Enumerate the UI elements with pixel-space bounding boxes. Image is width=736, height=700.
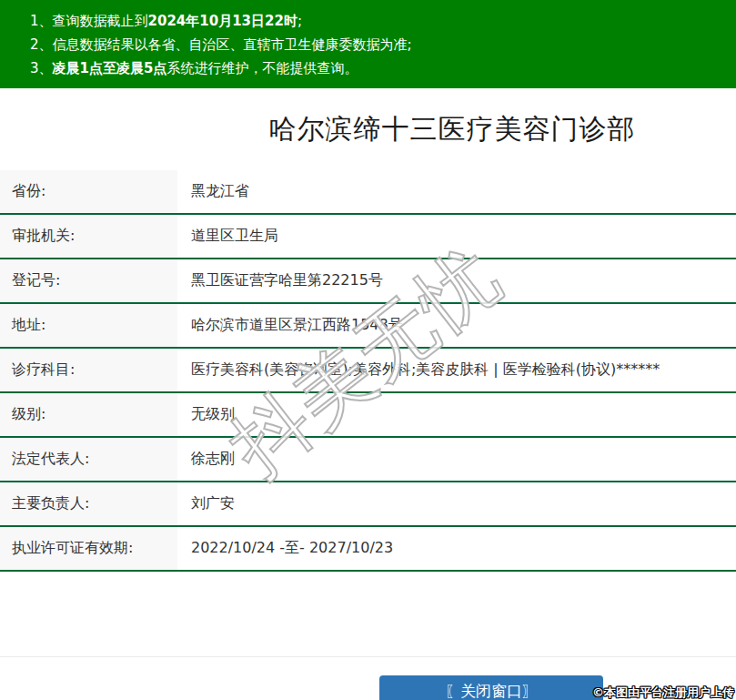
row-value: 徐志刚 (177, 438, 736, 481)
notice-bold-text: 2024年10月13日22时 (148, 13, 297, 29)
table-row-license-validity: 执业许可证有效期: 2022/10/24 -至- 2027/10/23 (0, 527, 736, 572)
notice-number: 1、 (30, 13, 53, 29)
notice-line-1: 1、查询数据截止到2024年10月13日22时; (30, 9, 736, 33)
row-label: 省份: (0, 170, 177, 213)
table-row-legal-representative: 法定代表人: 徐志刚 (0, 438, 736, 482)
row-value: 2022/10/24 -至- 2027/10/23 (177, 527, 736, 570)
notice-banner: 1、查询数据截止到2024年10月13日22时; 2、信息数据结果以各省、自治区… (0, 0, 736, 88)
institution-info-table: 省份: 黑龙江省 审批机关: 道里区卫生局 登记号: 黑卫医证营字哈里第2221… (0, 170, 736, 572)
notice-number: 3、 (30, 60, 53, 76)
table-row-approval-authority: 审批机关: 道里区卫生局 (0, 215, 736, 259)
notice-line-2: 2、信息数据结果以各省、自治区、直辖市卫生健康委数据为准; (30, 33, 736, 56)
row-value: 道里区卫生局 (177, 215, 736, 258)
row-value: 黑卫医证营字哈里第22215号 (177, 259, 736, 302)
page-title: 哈尔滨缔十三医疗美容门诊部 (168, 112, 736, 147)
row-value: 刘广安 (177, 482, 736, 525)
row-label: 审批机关: (0, 215, 177, 258)
copyright-note: ©本图由平台注册用户上传 (592, 685, 734, 700)
notice-text: 系统进行维护，不能提供查询。 (166, 60, 358, 76)
notice-line-3: 3、凌晨1点至凌晨5点系统进行维护，不能提供查询。 (30, 56, 736, 80)
notice-number: 2、 (30, 36, 53, 53)
row-value: 黑龙江省 (177, 170, 736, 213)
footer: 〖关闭窗口〗 ©本图由平台注册用户上传 (0, 656, 736, 700)
notice-bold-text: 凌晨1点至凌晨5点 (53, 60, 167, 76)
table-row-medical-subjects: 诊疗科目: 医疗美容科(美容咨询室);美容外科;美容皮肤科 | 医学检验科(协议… (0, 349, 736, 393)
row-label: 地址: (0, 304, 177, 347)
table-row-province: 省份: 黑龙江省 (0, 170, 736, 215)
row-label: 主要负责人: (0, 482, 177, 525)
row-label: 诊疗科目: (0, 349, 177, 391)
table-row-main-person-in-charge: 主要负责人: 刘广安 (0, 482, 736, 527)
table-row-address: 地址: 哈尔滨市道里区景江西路1548号 (0, 304, 736, 349)
row-value: 无级别 (177, 393, 736, 436)
notice-text: ; (297, 13, 302, 29)
row-label: 法定代表人: (0, 438, 177, 481)
close-window-button[interactable]: 〖关闭窗口〗 (379, 675, 603, 700)
table-row-level: 级别: 无级别 (0, 393, 736, 438)
row-value: 哈尔滨市道里区景江西路1548号 (177, 304, 736, 347)
row-label: 执业许可证有效期: (0, 527, 177, 570)
table-row-registration-number: 登记号: 黑卫医证营字哈里第22215号 (0, 259, 736, 304)
row-value: 医疗美容科(美容咨询室);美容外科;美容皮肤科 | 医学检验科(协议)*****… (177, 349, 736, 391)
row-label: 级别: (0, 393, 177, 436)
notice-text: 查询数据截止到 (53, 13, 148, 29)
notice-text: 信息数据结果以各省、自治区、直辖市卫生健康委数据为准; (53, 36, 412, 53)
row-label: 登记号: (0, 259, 177, 302)
